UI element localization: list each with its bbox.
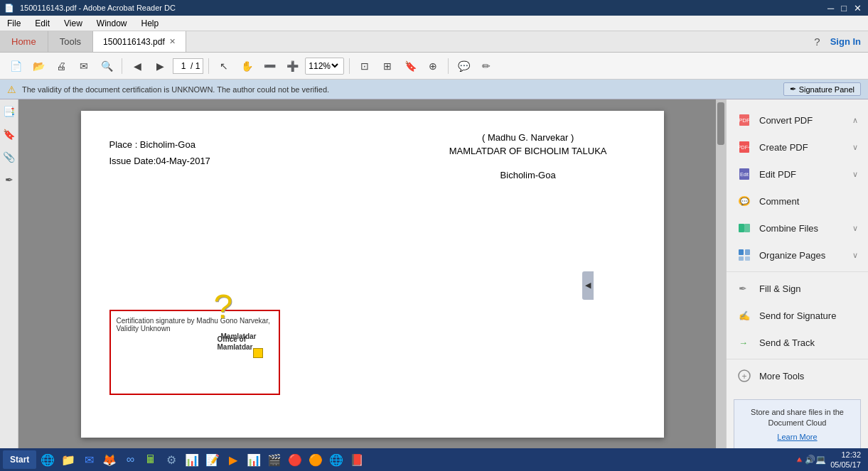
- taskbar-icon-ie[interactable]: 🌐: [38, 450, 57, 469]
- tab-close-icon[interactable]: ✕: [169, 37, 176, 46]
- taskbar-icon-calc[interactable]: 🖩: [141, 450, 160, 469]
- taskbar-icon-settings[interactable]: ⚙: [162, 450, 181, 469]
- sidebar-icon-sign[interactable]: ✒: [1, 172, 17, 188]
- zoom-out-button[interactable]: ➖: [259, 56, 279, 76]
- sidebar-icon-bookmark[interactable]: 🔖: [1, 126, 17, 142]
- sidebar-tool-send-track[interactable]: → Send & Track: [727, 329, 868, 356]
- collapse-sidebar-button[interactable]: ◀: [582, 271, 594, 300]
- new-button[interactable]: 📄: [6, 56, 26, 76]
- sidebar-tool-fill-sign[interactable]: ✒ Fill & Sign: [727, 275, 868, 302]
- organize-pages-label: Organize Pages: [759, 250, 845, 261]
- sidebar-tool-convert-pdf[interactable]: PDF Convert PDF ∧: [727, 107, 868, 134]
- taskbar-icon-notes[interactable]: 📝: [203, 450, 222, 469]
- pdf-area: ◀ Place : Bicholim-Goa Issue Date:04-May…: [18, 99, 726, 471]
- zoom-value: 112%: [309, 61, 331, 71]
- sig-office: Office of Mamlatdar: [218, 335, 279, 351]
- taskbar-icon-chrome[interactable]: 🌐: [327, 450, 345, 469]
- page-number-input[interactable]: [176, 61, 191, 71]
- fit-page-button[interactable]: ⊡: [355, 56, 375, 76]
- scroll-thumb[interactable]: [717, 102, 724, 145]
- sidebar-bottom-box: Store and share files in the Document Cl…: [734, 399, 861, 450]
- maximize-button[interactable]: □: [839, 3, 849, 13]
- page-input-container[interactable]: / 1: [173, 58, 203, 74]
- taskbar-icon-media[interactable]: ∞: [121, 450, 139, 469]
- thumbnails-button[interactable]: ⊞: [377, 56, 397, 76]
- menu-help[interactable]: Help: [139, 17, 162, 30]
- menu-file[interactable]: File: [4, 17, 23, 30]
- menu-view[interactable]: View: [61, 17, 85, 30]
- sidebar-tool-organize-pages[interactable]: Organize Pages ∨: [727, 242, 868, 269]
- bookmark-button[interactable]: 🔖: [400, 56, 420, 76]
- taskbar-icon-winamp[interactable]: ▶: [224, 450, 242, 469]
- edit-pdf-chevron: ∨: [852, 170, 858, 179]
- sidebar-icon-attach[interactable]: 📎: [1, 149, 17, 165]
- pdf-signature-box[interactable]: Certification signature by Madhu Gono Na…: [109, 310, 280, 395]
- pen-tool[interactable]: ✏: [476, 56, 496, 76]
- sig-question-mark: ?: [214, 287, 233, 326]
- email-button[interactable]: ✉: [74, 56, 94, 76]
- sidebar-bottom-text: Store and share files in the Document Cl…: [751, 408, 844, 427]
- svg-text:💬: 💬: [740, 197, 749, 206]
- taskbar-icon-acrobat[interactable]: 📕: [348, 450, 366, 469]
- page-total: / 1: [191, 61, 200, 71]
- pdf-author-line2: MAMLATDAR OF BICHOLIM TALUKA: [449, 146, 607, 156]
- svg-text:✍: ✍: [739, 310, 751, 322]
- taskbar-icon-folder[interactable]: 📁: [59, 450, 77, 469]
- signature-panel-icon: ✒: [790, 85, 796, 94]
- notification-bar: ⚠ The validity of the document certifica…: [0, 80, 868, 99]
- sidebar-tool-combine-files[interactable]: Combine Files ∨: [727, 215, 868, 242]
- find-button[interactable]: 🔍: [97, 56, 117, 76]
- pdf-scrollbar[interactable]: [716, 99, 726, 471]
- zoom-control[interactable]: 112% ▾: [305, 58, 344, 75]
- tab-file[interactable]: 1500116143.pdf ✕: [93, 31, 186, 52]
- signin-button[interactable]: Sign In: [830, 36, 861, 47]
- sidebar-tool-edit-pdf[interactable]: Edit Edit PDF ∨: [727, 161, 868, 188]
- print-button[interactable]: 🖨: [51, 56, 71, 76]
- zoom-select[interactable]: ▾: [331, 61, 341, 70]
- sidebar-tool-create-pdf[interactable]: PDF+ Create PDF ∨: [727, 134, 868, 161]
- title-bar: 📄 1500116143.pdf - Adobe Acrobat Reader …: [0, 0, 868, 16]
- comment-tool[interactable]: 💬: [454, 56, 473, 76]
- convert-pdf-label: Convert PDF: [759, 115, 845, 126]
- tab-tools-label: Tools: [60, 36, 81, 47]
- zoom-in-button[interactable]: ➕: [282, 56, 302, 76]
- title-bar-controls[interactable]: ─ □ ✕: [825, 3, 864, 13]
- sidebar-tool-comment[interactable]: 💬 Comment: [727, 188, 868, 215]
- sidebar-tool-more-tools[interactable]: + More Tools: [727, 362, 868, 389]
- prev-page-button[interactable]: ◀: [127, 56, 147, 76]
- open-button[interactable]: 📂: [28, 56, 48, 76]
- taskbar-icon-task[interactable]: 📊: [183, 450, 201, 469]
- rotate-button[interactable]: ⊕: [423, 56, 443, 76]
- title-bar-title: 📄 1500116143.pdf - Adobe Acrobat Reader …: [4, 4, 176, 13]
- send-track-label: Send & Track: [759, 337, 851, 348]
- menu-window[interactable]: Window: [94, 17, 130, 30]
- taskbar-icon-app1[interactable]: 🔴: [286, 450, 304, 469]
- learn-more-link[interactable]: Learn More: [741, 432, 853, 443]
- taskbar-icon-mail[interactable]: ✉: [80, 450, 98, 469]
- hand-tool[interactable]: ✋: [237, 56, 257, 76]
- next-page-button[interactable]: ▶: [150, 56, 170, 76]
- signature-panel-button[interactable]: ✒ Signature Panel: [783, 82, 861, 96]
- minimize-button[interactable]: ─: [825, 3, 836, 13]
- sidebar-icon-pages[interactable]: 📑: [1, 104, 17, 119]
- tab-home[interactable]: Home: [0, 31, 48, 52]
- edit-pdf-icon: Edit: [736, 166, 752, 182]
- tab-tools[interactable]: Tools: [48, 31, 93, 52]
- select-tool[interactable]: ↖: [214, 56, 234, 76]
- taskbar-icon-firefox[interactable]: 🦊: [100, 450, 119, 469]
- taskbar-icon-excel[interactable]: 📊: [245, 450, 263, 469]
- close-button[interactable]: ✕: [852, 3, 864, 13]
- taskbar-icon-app2[interactable]: 🟠: [306, 450, 325, 469]
- sidebar-tool-send-signature[interactable]: ✍ Send for Signature: [727, 302, 868, 329]
- pdf-author-line3: Bicholim-Goa: [449, 170, 607, 180]
- warning-icon: ⚠: [7, 84, 16, 95]
- taskbar-icon-vlc[interactable]: 🎬: [265, 450, 284, 469]
- start-button[interactable]: Start: [3, 450, 36, 469]
- organize-pages-icon: [736, 247, 752, 263]
- menu-edit[interactable]: Edit: [32, 17, 53, 30]
- toolbar-sep-1: [122, 58, 122, 74]
- help-button[interactable]: ?: [814, 36, 820, 48]
- svg-rect-9: [744, 224, 750, 232]
- more-tools-icon: +: [736, 368, 752, 384]
- convert-pdf-chevron: ∧: [852, 116, 858, 125]
